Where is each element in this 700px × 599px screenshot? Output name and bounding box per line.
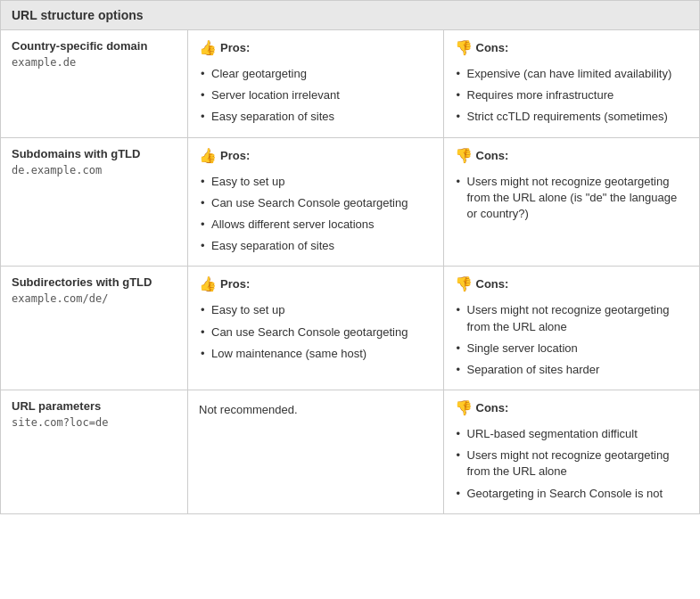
- type-name: URL parameters: [12, 399, 177, 413]
- pros-label: Pros:: [220, 277, 250, 291]
- pros-label: Pros:: [220, 41, 250, 54]
- cons-item: Users might not recognize geotargeting f…: [455, 300, 689, 337]
- pros-item: Easy separation of sites: [199, 106, 432, 127]
- not-recommended-text: Not recommended.: [199, 399, 432, 416]
- thumbs-down-icon: 👎: [455, 399, 473, 416]
- thumbs-down-icon: 👎: [455, 275, 473, 292]
- type-name: Subdirectories with gTLD: [12, 275, 177, 289]
- type-cell: URL parameterssite.com?loc=de: [1, 390, 188, 513]
- cons-item: Requires more infrastructure: [455, 85, 689, 106]
- pros-header: 👍Pros:: [199, 147, 432, 164]
- pros-list: Easy to set upCan use Search Console geo…: [199, 171, 432, 258]
- table-title: URL structure options: [12, 8, 144, 22]
- cons-item: Users might not recognize geotargeting f…: [455, 171, 689, 226]
- cons-header: 👎Cons:: [455, 275, 689, 292]
- cons-item: URL-based segmentation difficult: [455, 423, 689, 445]
- cons-label: Cons:: [476, 401, 509, 414]
- pros-item: Server location irrelevant: [199, 85, 432, 106]
- type-example: de.example.com: [12, 164, 177, 176]
- cons-header: 👎Cons:: [455, 147, 689, 164]
- type-example: example.de: [12, 56, 177, 69]
- type-cell: Subdomains with gTLDde.example.com: [1, 138, 188, 267]
- pros-item: Clear geotargeting: [199, 63, 432, 85]
- thumbs-down-icon: 👎: [455, 147, 473, 164]
- thumbs-up-icon: 👍: [199, 39, 217, 56]
- cons-list: URL-based segmentation difficultUsers mi…: [455, 423, 689, 505]
- cons-item: Users might not recognize geotargeting f…: [455, 445, 689, 482]
- table-row: Subdomains with gTLDde.example.com👍Pros:…: [1, 138, 699, 267]
- thumbs-up-icon: 👍: [199, 147, 217, 164]
- table-header: URL structure options: [1, 1, 699, 30]
- thumbs-up-icon: 👍: [199, 275, 217, 292]
- pros-label: Pros:: [220, 149, 250, 162]
- pros-item: Can use Search Console geotargeting: [199, 193, 432, 214]
- type-name: Country-specific domain: [12, 39, 177, 53]
- type-example: example.com/de/: [12, 292, 177, 305]
- pros-list: Clear geotargetingServer location irrele…: [199, 63, 432, 128]
- cons-header: 👎Cons:: [455, 399, 689, 416]
- cons-item: Single server location: [455, 338, 689, 359]
- type-name: Subdomains with gTLD: [12, 147, 177, 160]
- pros-item: Easy separation of sites: [199, 235, 432, 257]
- url-structure-table: URL structure options Country-specific d…: [0, 0, 700, 514]
- cons-item: Expensive (can have limited availability…: [455, 63, 689, 85]
- cons-header: 👎Cons:: [455, 39, 689, 56]
- table-row: Subdirectories with gTLDexample.com/de/👍…: [1, 267, 699, 390]
- cons-cell: 👎Cons:Users might not recognize geotarge…: [444, 267, 700, 390]
- cons-label: Cons:: [476, 277, 509, 291]
- pros-item: Low maintenance (same host): [199, 343, 432, 365]
- pros-cell: 👍Pros:Easy to set upCan use Search Conso…: [188, 267, 444, 390]
- table-row: Country-specific domainexample.de👍Pros:C…: [1, 30, 699, 138]
- cons-label: Cons:: [476, 149, 509, 162]
- pros-list: Easy to set upCan use Search Console geo…: [199, 300, 432, 365]
- pros-item: Can use Search Console geotargeting: [199, 322, 432, 343]
- pros-item: Allows different server locations: [199, 214, 432, 235]
- cons-item: Separation of sites harder: [455, 359, 689, 381]
- cons-cell: 👎Cons:Expensive (can have limited availa…: [444, 30, 700, 137]
- pros-cell: Not recommended.: [188, 390, 444, 513]
- cons-list: Users might not recognize geotargeting f…: [455, 171, 689, 226]
- pros-header: 👍Pros:: [199, 39, 432, 56]
- type-cell: Subdirectories with gTLDexample.com/de/: [1, 267, 188, 390]
- type-cell: Country-specific domainexample.de: [1, 30, 188, 137]
- cons-cell: 👎Cons:Users might not recognize geotarge…: [444, 138, 700, 267]
- thumbs-down-icon: 👎: [455, 39, 473, 56]
- type-example: site.com?loc=de: [12, 416, 177, 429]
- cons-list: Users might not recognize geotargeting f…: [455, 300, 689, 381]
- table-row: URL parameterssite.com?loc=deNot recomme…: [1, 390, 699, 513]
- cons-list: Expensive (can have limited availability…: [455, 63, 689, 128]
- pros-cell: 👍Pros:Easy to set upCan use Search Conso…: [188, 138, 444, 267]
- pros-item: Easy to set up: [199, 300, 432, 321]
- pros-cell: 👍Pros:Clear geotargetingServer location …: [188, 30, 444, 137]
- pros-item: Easy to set up: [199, 171, 432, 193]
- cons-label: Cons:: [476, 41, 509, 54]
- cons-cell: 👎Cons:URL-based segmentation difficultUs…: [444, 390, 700, 513]
- pros-header: 👍Pros:: [199, 275, 432, 292]
- cons-item: Geotargeting in Search Console is not: [455, 483, 689, 505]
- cons-item: Strict ccTLD requirements (sometimes): [455, 106, 689, 127]
